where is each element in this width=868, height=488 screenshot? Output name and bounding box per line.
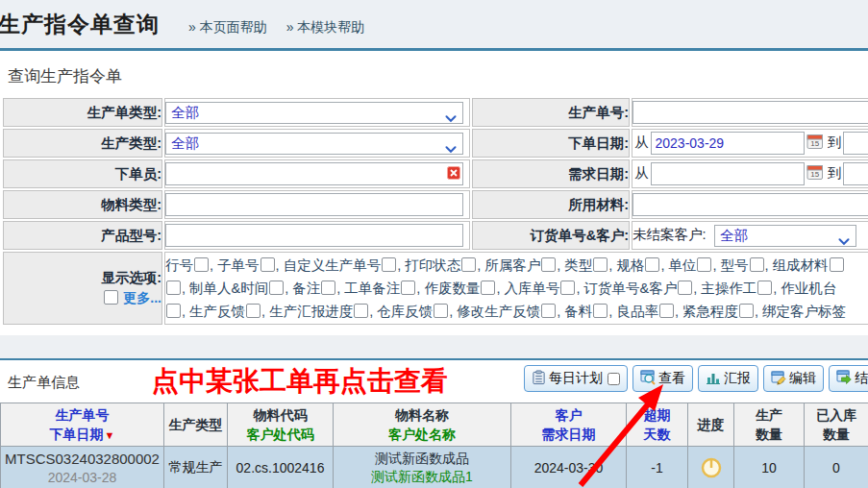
clear-icon[interactable] [447,166,460,183]
col-material-code[interactable]: 物料代码 客户处代码 [228,403,334,447]
label-production-order-no: 生产单号: [472,98,630,127]
view-magnifier-icon [640,370,656,388]
option-checkbox[interactable] [166,304,181,318]
option-checkbox[interactable] [434,304,448,318]
label-need-date: 需求日期: [472,159,630,188]
cell-stored-qty: 0 [805,447,868,488]
help-page-link[interactable]: » 本页面帮助 [188,19,267,37]
order-date-from-input[interactable] [651,132,805,155]
label-order-placer: 下单员: [3,159,162,188]
more-options-checkbox[interactable] [104,290,118,305]
progress-pie-icon [700,459,723,475]
col-stored-qty[interactable]: 已入库 数量 [805,403,868,447]
option-label: 主操作工 [701,281,756,296]
form-row-2: 生产类型: 全部 下单日期: 从15到 [3,129,868,158]
option-checkbox[interactable] [481,281,495,295]
cell-prod-type: 常规生产 [164,447,228,488]
option-checkbox[interactable] [194,257,209,272]
col-material-name[interactable]: 物料名称 客户处名称 [334,403,511,447]
form-row-3: 下单员: 需求日期: 从15到 [3,159,868,188]
option-checkbox[interactable] [560,281,575,295]
label-material-type: 物料类型: [3,190,162,219]
report-button[interactable]: 汇报 [698,365,758,392]
option-checkbox[interactable] [321,281,335,295]
calendar-icon[interactable]: 15 [806,167,824,183]
option-label: 自定义生产单号 [284,257,382,273]
option-checkbox[interactable] [541,304,556,318]
option-checkbox[interactable] [354,304,368,318]
help-module-link[interactable]: » 本模块帮助 [286,19,365,37]
option-label: 订货单号&客户 [584,281,678,296]
option-label: 生产反馈 [189,304,245,319]
col-prod-qty[interactable]: 生产 数量 [734,403,805,447]
form-row-1: 生产单类型: 全部 生产单号: [3,98,868,127]
need-date-to-input[interactable] [843,162,868,185]
option-checkbox[interactable] [678,281,692,295]
production-order-type-select[interactable]: 全部 [165,102,463,124]
option-checkbox[interactable] [260,257,275,272]
option-label: 入库单号 [504,281,559,296]
more-options-link[interactable]: 更多... [123,290,161,305]
production-order-no-input[interactable] [632,101,868,124]
option-checkbox[interactable] [659,304,674,318]
option-label: 制单人&时间 [189,281,268,296]
label-product-model: 产品型号: [3,221,162,250]
to-label: 到 [828,165,842,181]
calendar-icon[interactable]: 15 [806,136,824,153]
need-date-from-input[interactable] [651,162,805,185]
label-order-date: 下单日期: [472,129,630,158]
option-checkbox[interactable] [645,257,659,272]
option-checkbox[interactable] [739,304,754,318]
option-checkbox[interactable] [401,281,415,295]
material-type-input[interactable] [165,193,463,216]
daily-plan-button[interactable]: 每日计划 [524,365,628,392]
option-checkbox[interactable] [541,257,556,272]
option-checkbox[interactable] [269,281,284,295]
col-order-no[interactable]: 生产单号 下单日期▼ [1,403,164,447]
to-label: 到 [828,134,842,150]
option-checkbox[interactable] [461,257,476,272]
help-links: » 本页面帮助 » 本模块帮助 [188,12,364,37]
table-row-selected[interactable]: MTSCS0324032800002 2024-03-28 常规生产 02.cs… [1,447,868,488]
col-prod-type[interactable]: 生产类型 [164,403,228,447]
option-label: 仓库反馈 [377,304,433,319]
option-checkbox[interactable] [593,257,608,272]
label-used-material: 所用材料: [472,190,630,219]
open-customer-select[interactable]: 全部 [714,225,856,247]
cell-overdue-days: -1 [627,447,688,488]
edit-button[interactable]: 编辑 [763,365,824,392]
col-overdue-days[interactable]: 超期 天数 [627,403,688,447]
option-checkbox[interactable] [382,257,396,272]
from-label: 从 [634,134,649,150]
page-header: 生产指令单查询 » 本页面帮助 » 本模块帮助 [0,0,868,51]
used-material-input[interactable] [632,193,868,216]
option-label: 子单号 [217,257,260,273]
view-button[interactable]: 查看 [632,365,693,392]
label-production-type: 生产类型: [3,129,162,158]
label-production-order-type: 生产单类型: [3,98,162,127]
production-type-select[interactable]: 全部 [165,133,463,155]
col-customer-need-date[interactable]: 客户 需求日期 [511,403,627,447]
edit-label: 编辑 [789,370,816,387]
option-checkbox[interactable] [593,304,608,318]
option-label: 作业机台 [781,281,836,296]
order-placer-input[interactable] [165,162,463,185]
col-progress[interactable]: 进度 [688,403,734,447]
cell-need-date: 2024-03-30 [511,447,627,488]
sort-desc-icon[interactable]: ▼ [105,429,115,441]
option-label: 修改生产反馈 [457,304,540,319]
option-checkbox[interactable] [750,257,764,272]
view-label: 查看 [658,370,685,387]
order-date-to-input[interactable] [843,132,868,155]
option-checkbox[interactable] [166,281,181,295]
close-case-button[interactable]: 结案 [829,365,868,392]
daily-plan-checkbox[interactable] [608,373,620,385]
option-label: 生产汇报进度 [269,304,353,319]
option-checkbox[interactable] [697,257,711,272]
display-options-list: 行号, 子单号, 自定义生产单号, 打印状态, 所属客户, 类型, 规格, 单位… [164,252,868,325]
product-model-input[interactable] [165,224,463,247]
option-checkbox[interactable] [757,281,772,295]
option-checkbox[interactable] [830,257,844,272]
option-label: 备料 [564,304,592,319]
option-checkbox[interactable] [246,304,260,318]
